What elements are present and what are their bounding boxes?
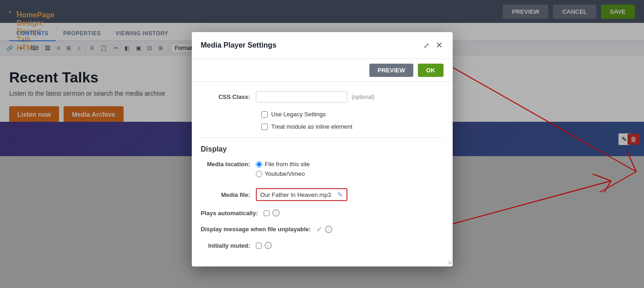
display-msg-checkmark-icon: ✓ bbox=[316, 225, 322, 234]
initially-muted-info-icon[interactable]: i bbox=[265, 242, 272, 249]
modal-preview-button[interactable]: PREVIEW bbox=[369, 64, 413, 77]
optional-text: (optional) bbox=[352, 94, 374, 100]
media-location-row: Media location: File from this site Yout… bbox=[201, 161, 444, 180]
youtube-vimeo-radio[interactable] bbox=[256, 171, 262, 177]
css-class-label: CSS Class: bbox=[201, 93, 256, 100]
media-file-row: Media file: Our Father In Heaven.mp3 ✎ bbox=[201, 188, 444, 201]
modal-title: Media Player Settings bbox=[201, 41, 276, 49]
treat-inline-row: Treat module as inline element bbox=[201, 123, 444, 130]
initially-muted-control: i bbox=[256, 242, 272, 249]
modal-body: CSS Class: (optional) Use Legacy Setting… bbox=[192, 82, 453, 266]
modal-overlay: Media Player Settings ⤢ ✕ PREVIEW OK CSS… bbox=[0, 0, 644, 288]
plays-auto-checkbox[interactable] bbox=[264, 210, 270, 216]
display-section-title: Display bbox=[201, 145, 444, 153]
media-file-edit-icon[interactable]: ✎ bbox=[337, 191, 343, 198]
treat-inline-label: Treat module as inline element bbox=[271, 123, 352, 130]
youtube-vimeo-label: Youtube/Vimeo bbox=[265, 170, 305, 177]
css-class-control: (optional) bbox=[256, 91, 444, 103]
media-location-options: File from this site Youtube/Vimeo bbox=[256, 161, 444, 180]
modal-close-button[interactable]: ✕ bbox=[435, 39, 444, 51]
modal-action-bar: PREVIEW OK bbox=[192, 59, 453, 82]
modal-ok-button[interactable]: OK bbox=[418, 64, 444, 77]
modal-expand-button[interactable]: ⤢ bbox=[422, 40, 430, 51]
modal-resize-handle[interactable]: ⇲ bbox=[447, 259, 452, 266]
display-msg-info-icon[interactable]: i bbox=[325, 226, 332, 233]
use-legacy-checkbox[interactable] bbox=[261, 111, 268, 118]
use-legacy-row: Use Legacy Settings bbox=[201, 111, 444, 118]
file-from-site-row: File from this site bbox=[256, 161, 444, 168]
plays-auto-control: i bbox=[264, 209, 280, 217]
display-msg-label: Display message when file unplayable: bbox=[201, 226, 317, 233]
file-from-site-radio[interactable] bbox=[256, 161, 262, 168]
media-file-label: Media file: bbox=[201, 191, 256, 198]
section-divider bbox=[201, 137, 444, 138]
use-legacy-label: Use Legacy Settings bbox=[271, 111, 326, 118]
treat-inline-checkbox[interactable] bbox=[261, 124, 268, 130]
media-file-name: Our Father In Heaven.mp3 bbox=[260, 191, 335, 198]
media-file-field: Our Father In Heaven.mp3 ✎ bbox=[256, 188, 347, 201]
initially-muted-label: Initially muted: bbox=[201, 242, 256, 249]
css-class-row: CSS Class: (optional) bbox=[201, 91, 444, 103]
media-location-label: Media location: bbox=[201, 161, 256, 168]
plays-auto-info-icon[interactable]: i bbox=[272, 209, 280, 217]
plays-auto-row: Plays automatically: i bbox=[201, 209, 444, 217]
plays-auto-label: Plays automatically: bbox=[201, 210, 264, 217]
css-class-input[interactable] bbox=[256, 91, 347, 103]
initially-muted-row: Initially muted: i bbox=[201, 242, 444, 249]
youtube-vimeo-row: Youtube/Vimeo bbox=[256, 170, 444, 177]
file-from-site-label: File from this site bbox=[265, 161, 310, 168]
modal-header: Media Player Settings ⤢ ✕ bbox=[192, 32, 453, 59]
modal-dialog: Media Player Settings ⤢ ✕ PREVIEW OK CSS… bbox=[192, 32, 453, 266]
modal-header-actions: ⤢ ✕ bbox=[422, 39, 444, 51]
display-msg-row: Display message when file unplayable: ✓ … bbox=[201, 225, 444, 234]
display-msg-control: ✓ i bbox=[316, 225, 332, 234]
initially-muted-checkbox[interactable] bbox=[256, 243, 262, 249]
